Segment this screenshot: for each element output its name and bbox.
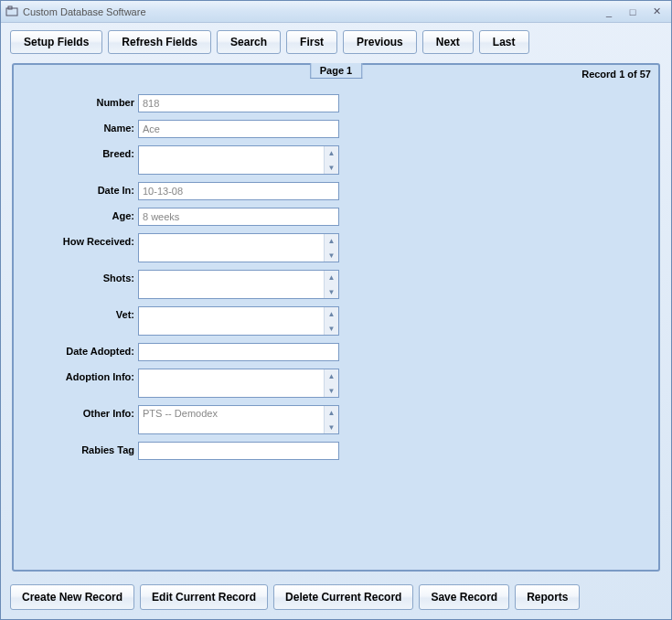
field-date-in: Date In: bbox=[28, 182, 644, 200]
input-adoption-info[interactable] bbox=[139, 369, 324, 397]
scroll-down-icon[interactable]: ▼ bbox=[325, 322, 338, 335]
textarea-wrap-breed: ▲ ▼ bbox=[138, 145, 339, 175]
input-vet[interactable] bbox=[139, 307, 324, 335]
titlebar: Custom Database Software _ □ ✕ bbox=[1, 1, 671, 23]
scroll-adoption-info: ▲ ▼ bbox=[324, 369, 338, 397]
maximize-button[interactable]: □ bbox=[622, 5, 644, 19]
scroll-up-icon[interactable]: ▲ bbox=[325, 406, 338, 419]
scroll-how-received: ▲ ▼ bbox=[324, 234, 338, 262]
label-date-adopted: Date Adopted: bbox=[28, 343, 138, 357]
field-vet: Vet: ▲ ▼ bbox=[28, 306, 644, 336]
label-shots: Shots: bbox=[28, 270, 138, 283]
input-breed[interactable] bbox=[139, 146, 324, 174]
next-button[interactable]: Next bbox=[422, 30, 474, 54]
field-shots: Shots: ▲ ▼ bbox=[28, 270, 644, 299]
input-age[interactable] bbox=[138, 208, 339, 226]
bottom-toolbar: Create New Record Edit Current Record De… bbox=[1, 579, 671, 619]
input-shots[interactable] bbox=[139, 271, 324, 298]
scroll-other-info: ▲ ▼ bbox=[324, 406, 338, 433]
delete-current-record-button[interactable]: Delete Current Record bbox=[273, 584, 413, 610]
scroll-down-icon[interactable]: ▼ bbox=[325, 421, 338, 433]
label-adoption-info: Adoption Info: bbox=[28, 369, 138, 382]
scroll-breed: ▲ ▼ bbox=[324, 146, 338, 174]
window-title: Custom Database Software bbox=[23, 6, 598, 17]
previous-button[interactable]: Previous bbox=[343, 30, 417, 54]
label-number: Number bbox=[28, 94, 138, 108]
input-name[interactable] bbox=[138, 120, 339, 138]
textarea-wrap-how-received: ▲ ▼ bbox=[138, 233, 339, 262]
input-date-adopted[interactable] bbox=[138, 343, 339, 361]
field-other-info: Other Info: ▲ ▼ bbox=[28, 405, 644, 434]
label-vet: Vet: bbox=[28, 306, 138, 320]
scroll-up-icon[interactable]: ▲ bbox=[325, 369, 338, 382]
scroll-down-icon[interactable]: ▼ bbox=[325, 161, 338, 174]
scroll-up-icon[interactable]: ▲ bbox=[325, 234, 338, 247]
label-other-info: Other Info: bbox=[28, 405, 138, 419]
top-toolbar: Setup Fields Refresh Fields Search First… bbox=[1, 23, 671, 58]
scroll-up-icon[interactable]: ▲ bbox=[325, 146, 338, 159]
label-how-received: How Received: bbox=[28, 233, 138, 247]
textarea-wrap-adoption-info: ▲ ▼ bbox=[138, 369, 339, 398]
reports-button[interactable]: Reports bbox=[515, 584, 580, 610]
first-button[interactable]: First bbox=[286, 30, 337, 54]
textarea-wrap-other-info: ▲ ▼ bbox=[138, 405, 339, 434]
field-date-adopted: Date Adopted: bbox=[28, 343, 644, 361]
close-button[interactable]: ✕ bbox=[645, 5, 667, 19]
label-rabies-tag: Rabies Tag bbox=[28, 442, 138, 455]
field-adoption-info: Adoption Info: ▲ ▼ bbox=[28, 369, 644, 398]
field-name: Name: bbox=[28, 120, 644, 138]
label-date-in: Date In: bbox=[28, 182, 138, 196]
input-number[interactable] bbox=[138, 94, 339, 112]
input-date-in[interactable] bbox=[138, 182, 339, 200]
last-button[interactable]: Last bbox=[479, 30, 529, 54]
field-number: Number bbox=[28, 94, 644, 112]
scroll-down-icon[interactable]: ▼ bbox=[325, 249, 338, 262]
scroll-up-icon[interactable]: ▲ bbox=[325, 307, 338, 320]
refresh-fields-button[interactable]: Refresh Fields bbox=[108, 30, 211, 54]
field-how-received: How Received: ▲ ▼ bbox=[28, 233, 644, 262]
scroll-shots: ▲ ▼ bbox=[324, 271, 338, 298]
label-age: Age: bbox=[28, 208, 138, 221]
record-panel: Page 1 Record 1 of 57 Number Name: Breed… bbox=[12, 63, 660, 572]
scroll-down-icon[interactable]: ▼ bbox=[325, 384, 338, 397]
app-window: Custom Database Software _ □ ✕ Setup Fie… bbox=[0, 0, 672, 620]
scroll-vet: ▲ ▼ bbox=[324, 307, 338, 335]
page-tab[interactable]: Page 1 bbox=[310, 63, 362, 79]
edit-current-record-button[interactable]: Edit Current Record bbox=[140, 584, 268, 610]
record-counter: Record 1 of 57 bbox=[581, 69, 651, 80]
save-record-button[interactable]: Save Record bbox=[419, 584, 509, 610]
app-icon bbox=[5, 5, 19, 19]
label-breed: Breed: bbox=[28, 145, 138, 159]
input-other-info[interactable] bbox=[139, 406, 324, 433]
scroll-down-icon[interactable]: ▼ bbox=[325, 285, 338, 298]
field-age: Age: bbox=[28, 208, 644, 226]
input-rabies-tag[interactable] bbox=[138, 442, 339, 460]
minimize-button[interactable]: _ bbox=[598, 5, 620, 19]
field-breed: Breed: ▲ ▼ bbox=[28, 145, 644, 175]
label-name: Name: bbox=[28, 120, 138, 134]
window-controls: _ □ ✕ bbox=[598, 5, 667, 19]
field-rabies-tag: Rabies Tag bbox=[28, 442, 644, 460]
scroll-up-icon[interactable]: ▲ bbox=[325, 271, 338, 283]
input-how-received[interactable] bbox=[139, 234, 324, 262]
setup-fields-button[interactable]: Setup Fields bbox=[10, 30, 102, 54]
textarea-wrap-vet: ▲ ▼ bbox=[138, 306, 339, 336]
form-area: Number Name: Breed: ▲ ▼ Date In: bbox=[28, 94, 644, 460]
create-new-record-button[interactable]: Create New Record bbox=[10, 584, 134, 610]
textarea-wrap-shots: ▲ ▼ bbox=[138, 270, 339, 299]
search-button[interactable]: Search bbox=[217, 30, 281, 54]
